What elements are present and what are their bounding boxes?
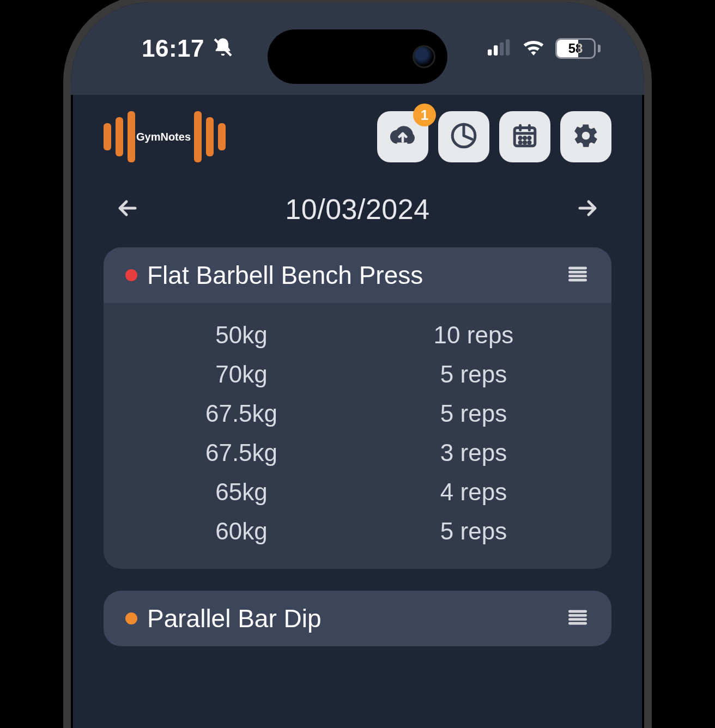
battery-icon: 58 xyxy=(555,38,601,59)
pie-chart-icon xyxy=(450,122,477,151)
set-row[interactable]: 50kg10 reps xyxy=(125,321,590,349)
set-row[interactable]: 65kg4 reps xyxy=(125,478,590,506)
svg-point-8 xyxy=(524,137,525,139)
set-row[interactable]: 67.5kg5 reps xyxy=(125,400,590,427)
svg-point-12 xyxy=(529,142,530,143)
exercise-color-dot xyxy=(125,269,137,281)
app-logo[interactable]: GymNotes xyxy=(104,111,223,162)
set-weight: 60kg xyxy=(125,518,358,545)
exercise-name: Flat Barbell Bench Press xyxy=(147,260,556,290)
stats-button[interactable] xyxy=(438,111,489,162)
svg-rect-3 xyxy=(500,43,504,56)
gear-icon xyxy=(572,122,599,151)
battery-percent: 58 xyxy=(568,41,583,56)
cellular-icon xyxy=(488,39,512,58)
app-name: GymNotes xyxy=(136,131,191,143)
set-weight: 67.5kg xyxy=(125,400,358,427)
set-reps: 5 reps xyxy=(358,361,590,388)
cloud-upload-icon xyxy=(389,122,416,151)
silent-icon xyxy=(212,37,234,60)
calendar-button[interactable] xyxy=(499,111,550,162)
set-weight: 65kg xyxy=(125,478,358,506)
settings-button[interactable] xyxy=(560,111,611,162)
app-header: GymNotes 1 xyxy=(71,95,644,184)
exercise-name: Parallel Bar Dip xyxy=(147,604,556,633)
menu-icon[interactable] xyxy=(566,262,590,288)
set-row[interactable]: 60kg5 reps xyxy=(125,518,590,545)
svg-rect-4 xyxy=(506,39,510,55)
svg-rect-1 xyxy=(488,50,492,56)
set-weight: 70kg xyxy=(125,361,358,388)
dynamic-island xyxy=(268,29,447,84)
exercise-header[interactable]: Parallel Bar Dip xyxy=(104,591,611,646)
menu-icon[interactable] xyxy=(566,605,590,632)
camera-lens xyxy=(413,45,435,68)
exercise-header[interactable]: Flat Barbell Bench Press xyxy=(104,247,611,303)
next-day-button[interactable] xyxy=(574,195,601,223)
workout-log: Flat Barbell Bench Press50kg10 reps70kg5… xyxy=(104,247,611,646)
svg-point-9 xyxy=(529,137,530,139)
svg-point-10 xyxy=(519,142,521,143)
upload-badge: 1 xyxy=(413,104,436,126)
exercise-color-dot xyxy=(125,612,137,624)
set-reps: 5 reps xyxy=(358,400,590,427)
set-reps: 5 reps xyxy=(358,518,590,545)
phone-frame: 16:17 xyxy=(63,0,652,728)
set-weight: 67.5kg xyxy=(125,439,358,466)
sets-list: 50kg10 reps70kg5 reps67.5kg5 reps67.5kg3… xyxy=(104,303,611,569)
set-reps: 4 reps xyxy=(358,478,590,506)
upload-button[interactable]: 1 xyxy=(377,111,428,162)
set-row[interactable]: 70kg5 reps xyxy=(125,361,590,388)
prev-day-button[interactable] xyxy=(114,195,141,223)
set-reps: 3 reps xyxy=(358,439,590,466)
exercise-card: Parallel Bar Dip xyxy=(104,591,611,646)
svg-rect-2 xyxy=(494,45,498,55)
status-time: 16:17 xyxy=(142,35,204,62)
set-row[interactable]: 67.5kg3 reps xyxy=(125,439,590,466)
date-nav: 10/03/2024 xyxy=(71,182,644,247)
calendar-icon xyxy=(511,122,538,151)
svg-point-11 xyxy=(524,142,525,143)
wifi-icon xyxy=(522,35,546,62)
svg-point-7 xyxy=(519,137,521,139)
current-date[interactable]: 10/03/2024 xyxy=(285,193,429,226)
set-weight: 50kg xyxy=(125,321,358,349)
set-reps: 10 reps xyxy=(358,321,590,349)
exercise-card: Flat Barbell Bench Press50kg10 reps70kg5… xyxy=(104,247,611,569)
